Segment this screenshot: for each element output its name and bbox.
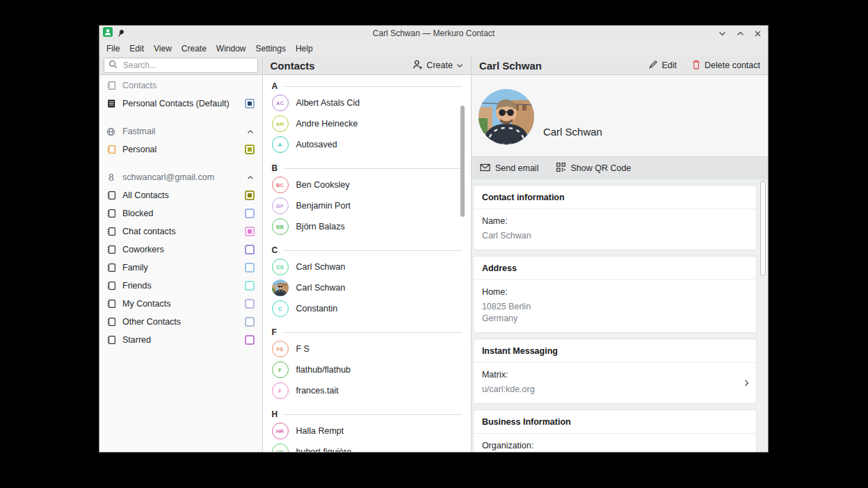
contact-action-toolbar: Send emailShow QR Code <box>472 156 768 179</box>
sidebar-item-my-contacts[interactable]: My Contacts <box>99 295 262 313</box>
contacts-panel-header: Contacts Create <box>262 56 471 74</box>
contact-row-halla-rempt[interactable]: HRHalla Rempt <box>272 421 462 441</box>
titlebar[interactable]: Carl Schwan — Merkuro Contact <box>99 26 768 41</box>
sidebar-item-label: My Contacts <box>122 299 239 309</box>
collection-checkbox[interactable] <box>245 227 255 236</box>
minimize-icon[interactable] <box>718 31 726 36</box>
search-box[interactable] <box>104 58 258 73</box>
contact-initials-avatar: HR <box>272 423 289 439</box>
create-button[interactable]: Create <box>412 60 463 72</box>
detail-scrollbar[interactable] <box>760 181 766 276</box>
collection-checkbox[interactable] <box>245 99 255 108</box>
sidebar-item-personal[interactable]: Personal <box>99 140 262 158</box>
contact-row-bj-rn-balazs[interactable]: BBBjörn Balazs <box>272 216 462 237</box>
sidebar-item-contacts[interactable]: Contacts <box>99 76 262 95</box>
collection-checkbox[interactable] <box>245 335 255 345</box>
collection-checkbox[interactable] <box>245 263 255 273</box>
contact-name: Andre Heinecke <box>296 119 358 129</box>
contact-row-benjamin-port[interactable]: BPBenjamin Port <box>272 195 462 216</box>
contacts-list-scrollbar[interactable] <box>460 106 465 217</box>
sidebar-item-family[interactable]: Family <box>99 259 262 277</box>
collection-checkbox[interactable] <box>245 299 255 309</box>
close-icon[interactable] <box>755 31 761 37</box>
section-divider <box>284 86 462 87</box>
contact-row-flathub-flathub[interactable]: Fflathub/flathub <box>272 359 462 380</box>
address-book-icon <box>106 317 116 327</box>
section-divider <box>283 332 462 333</box>
field-label: Matrix: <box>482 370 738 380</box>
menu-file[interactable]: File <box>102 42 124 55</box>
contact-name: hubert figuière <box>296 447 352 452</box>
chevron-up-icon[interactable] <box>247 175 254 180</box>
contact-initials-avatar: F <box>272 361 289 378</box>
collection-checkbox[interactable] <box>245 317 255 327</box>
contact-row-constantin[interactable]: CConstantin <box>272 298 462 319</box>
field-matrix[interactable]: Matrix:u/carl:kde.org <box>474 363 756 403</box>
delete-contact-button[interactable]: Delete contact <box>692 60 760 72</box>
collection-checkbox[interactable] <box>245 281 255 291</box>
collection-checkbox[interactable] <box>245 209 255 218</box>
contact-initials-avatar: AH <box>272 115 289 132</box>
desktop-background: Carl Schwan — Merkuro Contact FileEditVi… <box>0 0 868 488</box>
sidebar-item-personal-contacts-default[interactable]: Personal Contacts (Default) <box>99 95 262 113</box>
contact-row-hubert-figui-re[interactable]: HFhubert figuière <box>272 441 462 452</box>
address-book-icon <box>106 209 116 218</box>
section-header-h: H <box>272 408 462 421</box>
sidebar-item-other-contacts[interactable]: Other Contacts <box>99 313 262 331</box>
show-qr-code-button[interactable]: Show QR Code <box>556 163 631 174</box>
collection-checkbox[interactable] <box>245 245 255 254</box>
edit-button[interactable]: Edit <box>648 60 677 72</box>
menu-edit[interactable]: Edit <box>124 42 149 55</box>
contact-row-carl-schwan[interactable]: Carl Schwan <box>272 277 462 298</box>
merkuro-contact-app-icon <box>103 27 113 40</box>
maximize-icon[interactable] <box>737 31 744 36</box>
sidebar-item-schwancarl-gmail-com[interactable]: 8schwancarl@gmail.com <box>99 168 262 186</box>
contact-row-frances-tait[interactable]: Ffrances.tait <box>272 380 462 401</box>
sidebar-item-fastmail[interactable]: Fastmail <box>99 122 262 140</box>
menu-view[interactable]: View <box>149 42 177 55</box>
contact-row-carl-schwan[interactable]: CSCarl Schwan <box>272 257 462 277</box>
address-book-icon <box>106 335 116 345</box>
sidebar-item-starred[interactable]: Starred <box>99 331 262 349</box>
sidebar-header <box>99 56 262 74</box>
contact-row-albert-astals-cid[interactable]: ACAlbert Astals Cid <box>272 92 462 113</box>
sidebar-item-coworkers[interactable]: Coworkers <box>99 241 262 259</box>
menubar: FileEditViewCreateWindowSettingsHelp <box>99 41 768 56</box>
section-header-a: A <box>272 80 462 92</box>
contact-initials-avatar: CS <box>272 259 289 275</box>
edit-button-label: Edit <box>662 60 677 70</box>
search-input[interactable] <box>122 60 253 71</box>
sidebar-item-chat-contacts[interactable]: Chat contacts <box>99 222 262 241</box>
send-email-button[interactable]: Send email <box>480 163 539 174</box>
contact-row-andre-heinecke[interactable]: AHAndre Heinecke <box>272 113 462 134</box>
menu-help[interactable]: Help <box>291 42 318 55</box>
field-value: Germany <box>482 313 738 324</box>
sidebar-item-all-contacts[interactable]: All Contacts <box>99 186 262 204</box>
svg-text:8: 8 <box>108 172 113 182</box>
collection-checkbox[interactable] <box>245 145 255 154</box>
contact-initials-avatar: BP <box>272 197 289 214</box>
address-book-icon <box>106 299 116 309</box>
section-divider <box>284 414 462 415</box>
create-button-label: Create <box>426 60 453 70</box>
contact-row-ben-cooksley[interactable]: BCBen Cooksley <box>272 174 462 195</box>
sidebar-item-friends[interactable]: Friends <box>99 277 262 295</box>
contact-row-f-s[interactable]: FSF S <box>272 339 462 359</box>
card-heading: Business Information <box>474 410 756 434</box>
contact-name: Albert Astals Cid <box>296 98 360 108</box>
address-book-icon <box>106 245 116 254</box>
search-icon <box>108 59 118 72</box>
chevron-right-icon[interactable] <box>744 379 749 387</box>
sidebar-item-blocked[interactable]: Blocked <box>99 204 262 222</box>
contact-row-autosaved[interactable]: AAutosaved <box>272 134 462 155</box>
section-letter: A <box>272 81 278 91</box>
section-letter: C <box>272 245 278 255</box>
address-book-orange-icon <box>106 145 116 154</box>
sidebar-item-label: Personal Contacts (Default) <box>122 99 239 108</box>
collection-checkbox[interactable] <box>245 190 255 200</box>
menu-window[interactable]: Window <box>211 42 251 55</box>
menu-create[interactable]: Create <box>177 42 211 55</box>
header-row: Contacts Create Carl Schwan <box>99 56 768 75</box>
menu-settings[interactable]: Settings <box>251 42 291 55</box>
chevron-up-icon[interactable] <box>247 129 254 134</box>
